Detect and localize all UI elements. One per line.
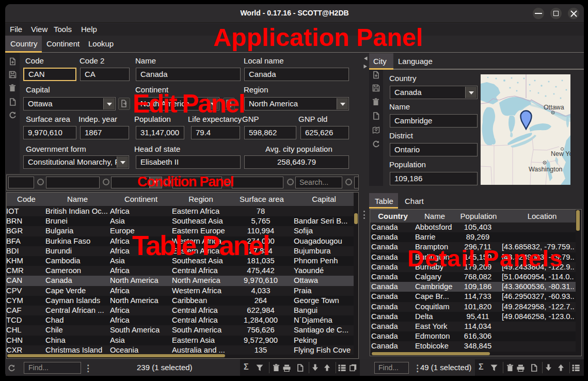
svg-text:Ottawa: Ottawa bbox=[544, 104, 564, 111]
svg-text:New Yo: New Yo bbox=[551, 150, 570, 157]
svg-text:Washington: Washington bbox=[529, 166, 563, 173]
